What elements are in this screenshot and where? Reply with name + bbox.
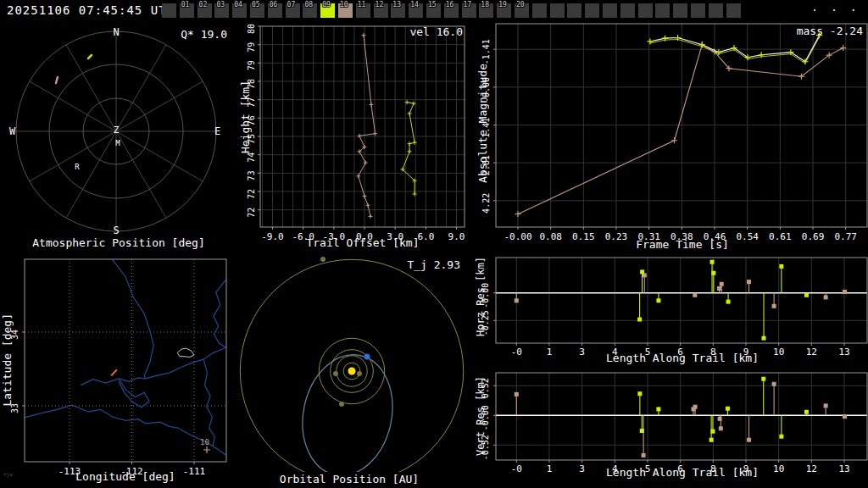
- res-grid: [493, 373, 867, 463]
- planet-mercury: [357, 371, 362, 376]
- frame-square-18[interactable]: 18: [479, 3, 493, 18]
- frame-square-09[interactable]: 09: [320, 3, 335, 18]
- frame-number: 01: [181, 1, 190, 9]
- compass-west: W: [9, 125, 15, 137]
- timestamp: 20251106 07:45:45 UTC: [7, 3, 175, 17]
- moon-label: M: [115, 139, 120, 147]
- river-line: [25, 405, 225, 455]
- frame-square-01[interactable]: 01: [180, 3, 194, 18]
- svg-text:3: 3: [579, 463, 585, 474]
- frame-square-06[interactable]: 06: [268, 3, 282, 18]
- compass-north: N: [113, 26, 119, 38]
- svg-text:1: 1: [547, 347, 553, 358]
- frame-square-02[interactable]: 02: [198, 3, 212, 18]
- tisserand-annotation: T_j 2.93: [407, 258, 460, 271]
- svg-text:-111: -111: [183, 466, 206, 477]
- velocity-annotation: vel 16.0: [409, 25, 463, 38]
- frame-square-blank[interactable]: [655, 3, 670, 18]
- planet-venus: [333, 371, 338, 376]
- frame-square-14[interactable]: 14: [409, 3, 423, 18]
- magnitude-panel: -0.000.080.150.230.310.380.460.540.610.6…: [475, 21, 868, 250]
- frame-square-blank[interactable]: [603, 3, 617, 18]
- river-line: [81, 347, 225, 385]
- frame-square-blank[interactable]: [620, 3, 635, 18]
- frame-square-blank[interactable]: [162, 3, 176, 18]
- frame-square-blank[interactable]: [691, 3, 705, 18]
- frame-square-07[interactable]: 07: [286, 3, 300, 18]
- meteor-trail-yellow: [88, 55, 92, 58]
- meteor-analysis-app: 20251106 07:45:45 UTC 010203040506070809…: [0, 0, 868, 488]
- orbit-panel: T_j 2.93: [237, 250, 483, 472]
- q-star-annotation: Q* 19.0: [181, 28, 227, 41]
- frame-square-15[interactable]: 15: [426, 3, 441, 18]
- frame-square-blank[interactable]: [567, 3, 581, 18]
- frame-square-blank[interactable]: [550, 3, 565, 18]
- frame-square-13[interactable]: 13: [391, 3, 405, 18]
- orbit-plot: [237, 250, 483, 472]
- horz-length-xlabel: Length Along Trail [km]: [606, 352, 759, 364]
- sun: [348, 368, 356, 375]
- vert-res-ylabel: Vert Res [km]: [475, 376, 487, 456]
- frame-square-blank[interactable]: [709, 3, 723, 18]
- map-plot: -113-112-1113433: [0, 250, 246, 488]
- mass-annotation: mass -2.24: [797, 25, 863, 37]
- zenith-label: Z: [114, 125, 120, 136]
- frame-number: 13: [392, 1, 401, 9]
- frame-square-blank[interactable]: [585, 3, 599, 18]
- svg-text:0.77: 0.77: [834, 231, 857, 242]
- frame-square-08[interactable]: 08: [303, 3, 317, 18]
- planet-mars: [339, 402, 344, 407]
- atmospheric-position-plot: [0, 21, 246, 250]
- svg-text:12: 12: [806, 347, 817, 358]
- frame-square-05[interactable]: 05: [250, 3, 264, 18]
- svg-text:1: 1: [547, 463, 553, 474]
- trail-series-station-tan: [356, 33, 377, 219]
- frame-square-19[interactable]: 19: [497, 3, 511, 18]
- vert-res-panel: -013456891012130.52-0.00-0.52 Length Alo…: [475, 366, 868, 488]
- frame-square-03[interactable]: 03: [214, 3, 229, 18]
- meteoroid-orbit: [292, 347, 403, 472]
- map-content: [25, 259, 226, 462]
- magnitude-ylabel: Absolute Magnitude: [476, 64, 489, 183]
- frame-square-blank[interactable]: [638, 3, 653, 18]
- svg-text:0.15: 0.15: [572, 231, 595, 242]
- lightcurve-station-tan: [515, 42, 847, 217]
- frame-square-12[interactable]: 12: [374, 3, 388, 18]
- svg-text:73: 73: [247, 170, 256, 180]
- frame-square-11[interactable]: 11: [356, 3, 370, 18]
- atmospheric-position-title: Atmospheric Position [deg]: [32, 236, 205, 249]
- frame-number: 16: [446, 1, 454, 9]
- river-line: [203, 359, 214, 446]
- overflow-menu[interactable]: . . .: [811, 0, 860, 14]
- height-grid: [258, 26, 465, 230]
- compass-east: E: [214, 125, 220, 137]
- svg-text:-0: -0: [511, 463, 522, 474]
- frame-square-04[interactable]: 04: [232, 3, 247, 18]
- map-panel: -113-112-1113433 10 Longitude [deg] Lati…: [0, 250, 246, 488]
- frame-square-blank[interactable]: [726, 3, 741, 18]
- residuals-station-yellow: [637, 377, 809, 442]
- svg-text:13: 13: [838, 347, 849, 358]
- height-ylabel: Height [km]: [239, 80, 252, 153]
- horz-res-panel: -01345689101213-0.00-0.25 Length Along T…: [475, 250, 868, 366]
- frame-square-17[interactable]: 17: [462, 3, 476, 18]
- frame-square-20[interactable]: 20: [515, 3, 529, 18]
- frame-square-blank[interactable]: [532, 3, 547, 18]
- frame-number: 09: [322, 1, 331, 9]
- svg-text:0.69: 0.69: [802, 231, 825, 242]
- frame-square-blank[interactable]: [673, 3, 687, 18]
- frame-square-10[interactable]: 10: [338, 3, 353, 18]
- frame-number: 19: [498, 1, 507, 9]
- horz-res-plot: -01345689101213-0.00-0.25: [475, 250, 868, 366]
- frame-square-16[interactable]: 16: [444, 3, 459, 18]
- frame-number: 11: [358, 1, 366, 9]
- magnitude-plot: -0.000.080.150.230.310.380.460.540.610.6…: [475, 21, 868, 250]
- lake-outline: [177, 348, 194, 357]
- frame-number: 17: [464, 1, 472, 9]
- res-grid: [493, 258, 867, 346]
- frame-number: 10: [340, 1, 348, 9]
- meteor-trail-tan: [56, 77, 58, 83]
- frame-number: 15: [428, 1, 437, 9]
- svg-text:0.08: 0.08: [539, 231, 562, 242]
- svg-text:3: 3: [579, 347, 585, 358]
